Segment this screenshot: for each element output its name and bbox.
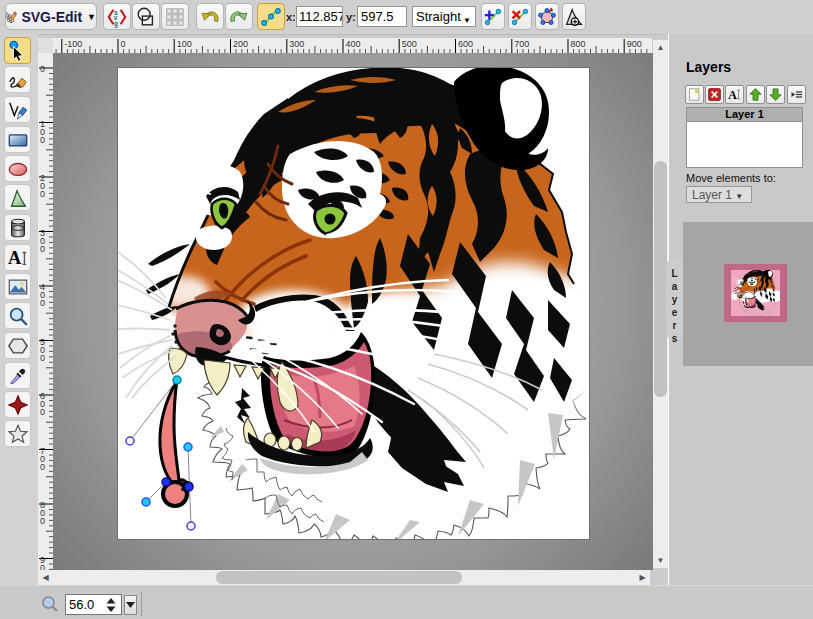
- svg-text:A: A: [728, 88, 737, 102]
- svg-text:0: 0: [40, 244, 45, 254]
- svg-text:0: 0: [40, 135, 45, 145]
- svg-text:-100: -100: [64, 39, 82, 49]
- svg-text:800: 800: [571, 39, 586, 49]
- svg-text:A: A: [7, 248, 21, 268]
- svg-text:0: 0: [40, 516, 45, 526]
- svg-text:500: 500: [402, 39, 417, 49]
- svg-text:200: 200: [233, 39, 248, 49]
- svg-text:g: g: [114, 19, 118, 27]
- svg-text:0: 0: [121, 39, 126, 49]
- svg-text:0: 0: [40, 64, 45, 74]
- svg-text:400: 400: [346, 39, 361, 49]
- svg-text:0: 0: [40, 189, 45, 199]
- svg-text:600: 600: [458, 39, 473, 49]
- svg-text:300: 300: [289, 39, 304, 49]
- svg-text:0: 0: [40, 462, 45, 472]
- svg-text:0: 0: [40, 298, 45, 308]
- svg-text:700: 700: [514, 39, 529, 49]
- svg-text:0: 0: [40, 353, 45, 363]
- svg-text:900: 900: [627, 39, 642, 49]
- svg-text:100: 100: [177, 39, 192, 49]
- svg-text:0: 0: [40, 407, 45, 417]
